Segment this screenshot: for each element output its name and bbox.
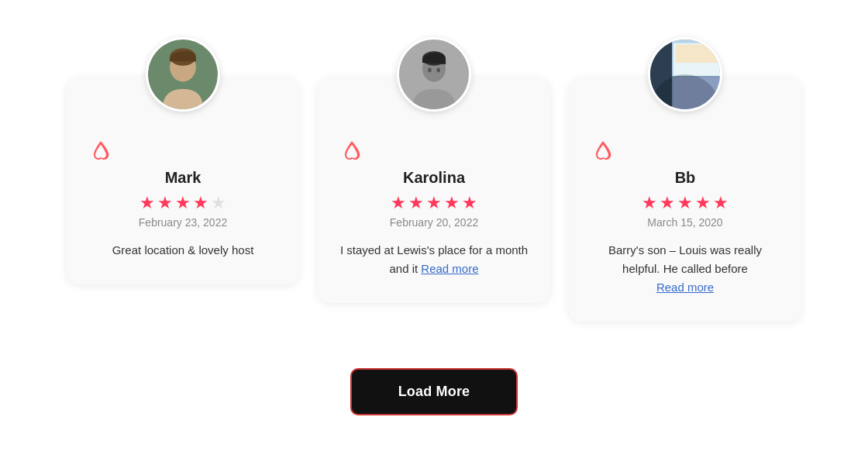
read-more-karolina[interactable]: Read more bbox=[421, 262, 478, 275]
reviewer-name-mark: Mark bbox=[88, 169, 277, 187]
review-text-karolina: I stayed at Lewis's place for a month an… bbox=[339, 241, 529, 278]
review-card-karolina: Karolina ★ ★ ★ ★ ★ February 20, 2022 I s… bbox=[318, 78, 550, 303]
airbnb-logo-bb bbox=[591, 140, 615, 164]
avatar-wrapper-mark bbox=[146, 37, 220, 112]
review-body-bb: Barry's son – Louis was really helpful. … bbox=[608, 243, 762, 275]
avatar-mark bbox=[146, 37, 220, 112]
star-1: ★ bbox=[391, 193, 406, 213]
airbnb-logo-karolina bbox=[339, 140, 364, 164]
review-date-mark: February 23, 2022 bbox=[139, 216, 227, 229]
avatar-karolina bbox=[397, 37, 471, 112]
review-card-bb: Bb ★ ★ ★ ★ ★ March 15, 2020 Barry's son … bbox=[569, 78, 801, 322]
star-4: ★ bbox=[193, 193, 208, 213]
star-3: ★ bbox=[677, 193, 693, 213]
star-5: ★ bbox=[713, 193, 728, 213]
star-5: ★ bbox=[462, 193, 477, 213]
read-more-bb[interactable]: Read more bbox=[656, 281, 714, 294]
review-card-mark: Mark ★ ★ ★ ★ ★ February 23, 2022 Great l… bbox=[67, 78, 299, 284]
star-2: ★ bbox=[408, 193, 424, 213]
airbnb-logo-mark bbox=[88, 140, 113, 164]
svg-rect-13 bbox=[676, 45, 718, 63]
stars-karolina: ★ ★ ★ ★ ★ bbox=[391, 193, 477, 213]
reviewer-name-karolina: Karolina bbox=[339, 169, 529, 187]
star-3: ★ bbox=[175, 193, 191, 213]
star-4: ★ bbox=[695, 193, 711, 213]
avatar-bb bbox=[648, 37, 722, 112]
star-1: ★ bbox=[140, 193, 155, 213]
star-1: ★ bbox=[642, 193, 657, 213]
stars-bb: ★ ★ ★ ★ ★ bbox=[642, 193, 728, 213]
card-header-bb bbox=[591, 140, 780, 164]
star-4: ★ bbox=[444, 193, 460, 213]
stars-mark: ★ ★ ★ ★ ★ bbox=[140, 193, 226, 213]
star-2: ★ bbox=[157, 193, 173, 213]
review-date-karolina: February 20, 2022 bbox=[390, 216, 478, 229]
load-more-wrapper: Load More bbox=[350, 368, 518, 415]
review-text-mark: Great location & lovely host bbox=[112, 241, 254, 260]
load-more-button[interactable]: Load More bbox=[350, 368, 518, 415]
star-2: ★ bbox=[660, 193, 675, 213]
card-header-mark bbox=[88, 140, 277, 164]
review-date-bb: March 15, 2020 bbox=[647, 216, 722, 229]
star-3: ★ bbox=[426, 193, 442, 213]
svg-point-6 bbox=[428, 68, 432, 73]
reviewer-name-bb: Bb bbox=[591, 169, 780, 187]
star-5: ★ bbox=[211, 193, 226, 213]
avatar-wrapper-bb bbox=[648, 37, 722, 112]
review-text-bb: Barry's son – Louis was really helpful. … bbox=[591, 241, 780, 297]
card-header-karolina bbox=[339, 140, 529, 164]
reviews-container: Mark ★ ★ ★ ★ ★ February 23, 2022 Great l… bbox=[23, 31, 845, 322]
avatar-wrapper-karolina bbox=[397, 37, 471, 112]
svg-point-7 bbox=[436, 68, 440, 73]
